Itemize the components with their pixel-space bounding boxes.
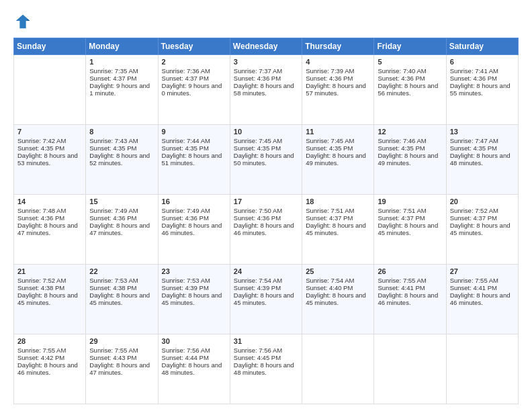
daylight-text: Daylight: 9 hours and 1 minute. [89, 82, 154, 97]
sunrise-text: Sunrise: 7:54 AM [306, 277, 370, 284]
week-row-2: 14Sunrise: 7:48 AMSunset: 4:36 PMDayligh… [14, 195, 519, 265]
sunset-text: Sunset: 4:36 PM [306, 75, 370, 82]
day-number: 21 [17, 267, 82, 275]
sunset-text: Sunset: 4:35 PM [89, 144, 154, 152]
sunset-text: Sunset: 4:35 PM [306, 144, 370, 152]
sunrise-text: Sunrise: 7:49 AM [89, 207, 154, 214]
daylight-text: Daylight: 8 hours and 56 minutes. [378, 82, 442, 97]
daylight-text: Daylight: 8 hours and 46 minutes. [17, 361, 82, 376]
day-number: 24 [234, 267, 298, 275]
daylight-text: Daylight: 8 hours and 55 minutes. [450, 82, 515, 97]
week-row-1: 7Sunrise: 7:42 AMSunset: 4:35 PMDaylight… [14, 125, 519, 195]
sunset-text: Sunset: 4:42 PM [17, 354, 82, 361]
cell-1-0: 7Sunrise: 7:42 AMSunset: 4:35 PMDaylight… [14, 125, 86, 195]
sunrise-text: Sunrise: 7:55 AM [89, 347, 154, 354]
daylight-text: Daylight: 8 hours and 51 minutes. [162, 152, 226, 167]
day-number: 18 [306, 197, 370, 205]
cell-4-2: 30Sunrise: 7:56 AMSunset: 4:44 PMDayligh… [158, 334, 230, 404]
daylight-text: Daylight: 8 hours and 47 minutes. [89, 222, 154, 236]
sunrise-text: Sunrise: 7:35 AM [89, 67, 154, 75]
sunset-text: Sunset: 4:43 PM [89, 354, 154, 361]
sunset-text: Sunset: 4:37 PM [162, 75, 226, 82]
daylight-text: Daylight: 8 hours and 49 minutes. [306, 152, 370, 167]
sunset-text: Sunset: 4:36 PM [378, 75, 442, 82]
sunrise-text: Sunrise: 7:49 AM [162, 207, 226, 214]
cell-2-2: 16Sunrise: 7:49 AMSunset: 4:36 PMDayligh… [158, 195, 230, 265]
cell-0-1: 1Sunrise: 7:35 AMSunset: 4:37 PMDaylight… [86, 55, 158, 125]
day-number: 16 [162, 197, 226, 205]
sunset-text: Sunset: 4:37 PM [89, 75, 154, 82]
sunset-text: Sunset: 4:37 PM [378, 214, 442, 222]
day-number: 4 [306, 58, 370, 66]
day-number: 27 [450, 267, 515, 275]
sunset-text: Sunset: 4:39 PM [234, 284, 298, 291]
cell-2-3: 17Sunrise: 7:50 AMSunset: 4:36 PMDayligh… [230, 195, 302, 265]
daylight-text: Daylight: 8 hours and 45 minutes. [306, 291, 370, 306]
cell-2-4: 18Sunrise: 7:51 AMSunset: 4:37 PMDayligh… [302, 195, 374, 265]
sunset-text: Sunset: 4:35 PM [162, 144, 226, 152]
day-number: 1 [89, 58, 154, 66]
sunrise-text: Sunrise: 7:50 AM [234, 207, 298, 214]
daylight-text: Daylight: 8 hours and 45 minutes. [234, 291, 298, 306]
cell-1-1: 8Sunrise: 7:43 AMSunset: 4:35 PMDaylight… [86, 125, 158, 195]
daylight-text: Daylight: 8 hours and 53 minutes. [17, 152, 82, 167]
cell-2-0: 14Sunrise: 7:48 AMSunset: 4:36 PMDayligh… [14, 195, 86, 265]
cell-4-4 [302, 334, 374, 404]
sunset-text: Sunset: 4:36 PM [162, 214, 226, 222]
sunrise-text: Sunrise: 7:46 AM [378, 137, 442, 144]
daylight-text: Daylight: 8 hours and 58 minutes. [234, 82, 298, 97]
sunrise-text: Sunrise: 7:43 AM [89, 137, 154, 144]
sunrise-text: Sunrise: 7:39 AM [306, 67, 370, 75]
cell-2-5: 19Sunrise: 7:51 AMSunset: 4:37 PMDayligh… [374, 195, 446, 265]
cell-1-4: 11Sunrise: 7:45 AMSunset: 4:35 PMDayligh… [302, 125, 374, 195]
sunset-text: Sunset: 4:36 PM [17, 214, 82, 222]
daylight-text: Daylight: 8 hours and 46 minutes. [234, 222, 298, 236]
week-row-4: 28Sunrise: 7:55 AMSunset: 4:42 PMDayligh… [14, 334, 519, 404]
day-number: 19 [378, 197, 442, 205]
sunrise-text: Sunrise: 7:51 AM [306, 207, 370, 214]
daylight-text: Daylight: 8 hours and 57 minutes. [306, 82, 370, 97]
daylight-text: Daylight: 8 hours and 50 minutes. [234, 152, 298, 167]
cell-0-4: 4Sunrise: 7:39 AMSunset: 4:36 PMDaylight… [302, 55, 374, 125]
col-header-tuesday: Tuesday [158, 38, 230, 55]
cell-3-2: 23Sunrise: 7:53 AMSunset: 4:39 PMDayligh… [158, 265, 230, 334]
daylight-text: Daylight: 8 hours and 45 minutes. [450, 222, 515, 236]
day-number: 10 [234, 128, 298, 136]
cell-0-0 [14, 55, 86, 125]
daylight-text: Daylight: 8 hours and 45 minutes. [306, 222, 370, 236]
sunrise-text: Sunrise: 7:54 AM [234, 277, 298, 284]
day-number: 3 [234, 58, 298, 66]
sunrise-text: Sunrise: 7:47 AM [450, 137, 515, 144]
day-number: 25 [306, 267, 370, 275]
col-header-thursday: Thursday [302, 38, 374, 55]
day-number: 14 [17, 197, 82, 205]
day-number: 31 [234, 337, 298, 345]
col-header-saturday: Saturday [446, 38, 518, 55]
cell-0-5: 5Sunrise: 7:40 AMSunset: 4:36 PMDaylight… [374, 55, 446, 125]
daylight-text: Daylight: 8 hours and 45 minutes. [17, 291, 82, 306]
sunrise-text: Sunrise: 7:55 AM [450, 277, 515, 284]
col-header-monday: Monday [86, 38, 158, 55]
day-number: 17 [234, 197, 298, 205]
day-number: 5 [378, 58, 442, 66]
day-number: 9 [162, 128, 226, 136]
cell-2-1: 15Sunrise: 7:49 AMSunset: 4:36 PMDayligh… [86, 195, 158, 265]
cell-4-6 [446, 334, 518, 404]
daylight-text: Daylight: 8 hours and 47 minutes. [89, 361, 154, 376]
calendar-table: SundayMondayTuesdayWednesdayThursdayFrid… [13, 38, 519, 404]
sunrise-text: Sunrise: 7:55 AM [17, 347, 82, 354]
daylight-text: Daylight: 8 hours and 48 minutes. [234, 361, 298, 376]
cell-3-3: 24Sunrise: 7:54 AMSunset: 4:39 PMDayligh… [230, 265, 302, 334]
sunset-text: Sunset: 4:45 PM [234, 354, 298, 361]
col-header-friday: Friday [374, 38, 446, 55]
daylight-text: Daylight: 9 hours and 0 minutes. [162, 82, 226, 97]
sunset-text: Sunset: 4:37 PM [450, 214, 515, 222]
sunrise-text: Sunrise: 7:55 AM [378, 277, 442, 284]
day-number: 15 [89, 197, 154, 205]
daylight-text: Daylight: 8 hours and 48 minutes. [162, 361, 226, 376]
sunrise-text: Sunrise: 7:51 AM [378, 207, 442, 214]
logo-icon [13, 12, 32, 31]
sunset-text: Sunset: 4:36 PM [89, 214, 154, 222]
sunrise-text: Sunrise: 7:52 AM [17, 277, 82, 284]
sunrise-text: Sunrise: 7:53 AM [89, 277, 154, 284]
